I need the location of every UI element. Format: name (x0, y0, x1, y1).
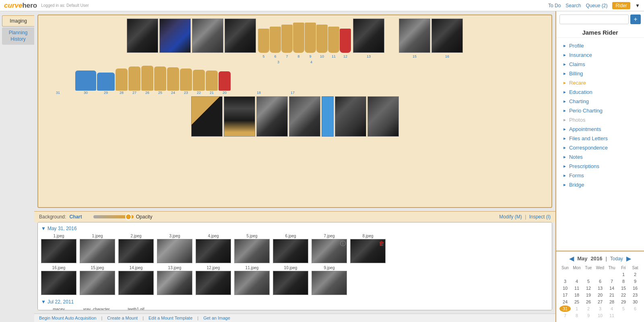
cal-day-29[interactable]: 29 (618, 299, 629, 305)
cal-day-2[interactable]: 2 (630, 271, 641, 278)
thumb-box-9[interactable]: 🗑 (350, 239, 386, 263)
tooth-5[interactable]: 5 (258, 29, 269, 53)
cal-day-nm4[interactable]: 4 (606, 305, 617, 312)
cal-day-28[interactable]: 28 (606, 299, 617, 305)
nav-queue[interactable]: Queue (2) (586, 3, 607, 8)
create-mount-btn[interactable]: Create a Mount (107, 316, 138, 320)
cal-day-nm7[interactable]: 7 (559, 312, 571, 319)
cal-day-nm5[interactable]: 5 (618, 305, 629, 312)
cal-day-23[interactable]: 23 (630, 292, 641, 298)
logo[interactable]: curve hero (4, 2, 37, 10)
xray-cell-7[interactable] (431, 19, 463, 53)
cal-next-btn[interactable]: ▶ (626, 255, 631, 262)
collapse-icon-jul2011[interactable]: ▼ (41, 299, 46, 305)
tooth-22[interactable]: 22 (193, 70, 205, 95)
nav-correspondence[interactable]: ► Correspondence (556, 143, 644, 152)
cal-day-1[interactable]: 1 (618, 271, 629, 278)
thumb-box-1[interactable] (41, 239, 76, 263)
cal-day-31-today[interactable]: 31 (559, 305, 571, 312)
thumb-box-8[interactable]: ⓘ (312, 239, 347, 263)
cal-day-27[interactable]: 27 (594, 299, 606, 305)
tooth-9[interactable]: 9 (305, 23, 316, 53)
thumb-box-11[interactable] (234, 271, 270, 295)
cal-day-nm1[interactable]: 1 (571, 305, 582, 312)
tooth-29-blue[interactable]: 29 (97, 73, 115, 95)
tooth-25[interactable]: 25 (154, 66, 166, 95)
tooth-11[interactable]: 11 (328, 27, 339, 53)
date-header-may2016[interactable]: ▼ May 31, 2016 (41, 226, 549, 231)
nav-claims[interactable]: ► Claims (556, 60, 644, 69)
cal-day-empty5[interactable] (606, 271, 617, 278)
inspect-btn[interactable]: Inspect (I) (529, 214, 551, 220)
xray-cell-4[interactable] (225, 19, 256, 53)
nav-dropdown-icon[interactable]: ▼ (635, 3, 640, 8)
cal-day-3[interactable]: 3 (559, 278, 571, 285)
nav-billing[interactable]: ► Billing (556, 69, 644, 78)
cal-day-6[interactable]: 6 (594, 278, 606, 285)
cal-day-19[interactable]: 19 (583, 292, 594, 298)
delete-icon-8[interactable]: 🗑 (379, 240, 384, 247)
tooth-28[interactable]: 28 (116, 69, 128, 95)
cal-day-30[interactable]: 30 (630, 299, 641, 305)
tooth-21[interactable]: 21 (206, 71, 218, 95)
nav-prescriptions[interactable]: ► Prescriptions (556, 162, 644, 171)
thumb-box-9b[interactable] (312, 271, 347, 295)
nav-bridge[interactable]: ► Bridge (556, 180, 644, 189)
thumb-box-2[interactable] (80, 239, 115, 263)
date-header-jul2011[interactable]: ▼ Jul 22, 2011 (41, 299, 549, 305)
nav-charting[interactable]: ► Charting (556, 97, 644, 106)
search-add-button[interactable]: + (630, 15, 641, 24)
nav-files-letters[interactable]: ► Files and Letters (556, 134, 644, 143)
thumb-box-14[interactable] (118, 271, 154, 295)
cal-day-13[interactable]: 13 (594, 285, 606, 291)
cal-day-nm6[interactable]: 6 (630, 305, 641, 312)
cal-day-12[interactable]: 12 (583, 285, 594, 291)
cal-day-empty1[interactable] (559, 271, 571, 278)
thumb-box-4[interactable] (157, 239, 192, 263)
cal-day-nm10[interactable]: 10 (594, 312, 606, 319)
search-input[interactable] (559, 15, 629, 24)
tooth-8[interactable]: 8 (293, 23, 304, 53)
nav-rider-btn[interactable]: Rider (612, 2, 630, 9)
cal-day-24[interactable]: 24 (559, 299, 571, 305)
cal-day-16[interactable]: 16 (630, 285, 641, 291)
xray-cell-b4[interactable] (289, 96, 320, 137)
nav-recare[interactable]: ► Recare (556, 78, 644, 87)
tab-planning-history[interactable]: Planning History (2, 27, 34, 45)
tooth-30-blue[interactable]: 30 (75, 71, 96, 95)
tooth-20[interactable]: 20 (219, 71, 231, 95)
thumb-box-10[interactable] (273, 271, 308, 295)
tooth-6[interactable]: 6 (270, 27, 281, 53)
thumb-box-3[interactable] (118, 239, 154, 263)
tooth-b-blue-bar[interactable] (322, 96, 334, 137)
cal-prev-btn[interactable]: ◀ (569, 255, 574, 262)
nav-todo[interactable]: To Do (548, 3, 561, 8)
get-image-btn[interactable]: Get an Image (203, 316, 230, 320)
xray-cell-1[interactable] (127, 19, 158, 53)
cal-day-5[interactable]: 5 (583, 278, 594, 285)
edit-mount-btn[interactable]: Edit a Mount Template (149, 316, 192, 320)
tooth-10[interactable]: 10 (316, 25, 328, 53)
thumb-box-12[interactable] (196, 271, 231, 295)
tooth-23[interactable]: 23 (180, 69, 192, 95)
cal-day-empty3[interactable] (583, 271, 594, 278)
thumb-box-13[interactable] (157, 271, 192, 295)
cal-day-8[interactable]: 8 (618, 278, 629, 285)
thumb-box-6[interactable] (234, 239, 270, 263)
xray-cell-b1[interactable] (191, 96, 223, 137)
cal-day-4[interactable]: 4 (571, 278, 582, 285)
cal-day-20[interactable]: 20 (594, 292, 606, 298)
xray-cell-6[interactable] (399, 19, 430, 53)
tab-imaging[interactable]: Imaging (2, 15, 34, 27)
cal-day-21[interactable]: 21 (606, 292, 617, 298)
tooth-24[interactable]: 24 (167, 67, 179, 95)
opacity-thumb[interactable] (125, 214, 132, 220)
tooth-27[interactable]: 27 (128, 66, 140, 95)
xray-cell-b2[interactable] (224, 96, 255, 137)
cal-day-17[interactable]: 17 (559, 292, 571, 298)
cal-day-nm2[interactable]: 2 (583, 305, 594, 312)
nav-insurance[interactable]: ► Insurance (556, 50, 644, 60)
cal-day-10[interactable]: 10 (559, 285, 571, 291)
thumb-box-15[interactable] (80, 271, 115, 295)
xray-cell-b6[interactable] (367, 96, 399, 137)
